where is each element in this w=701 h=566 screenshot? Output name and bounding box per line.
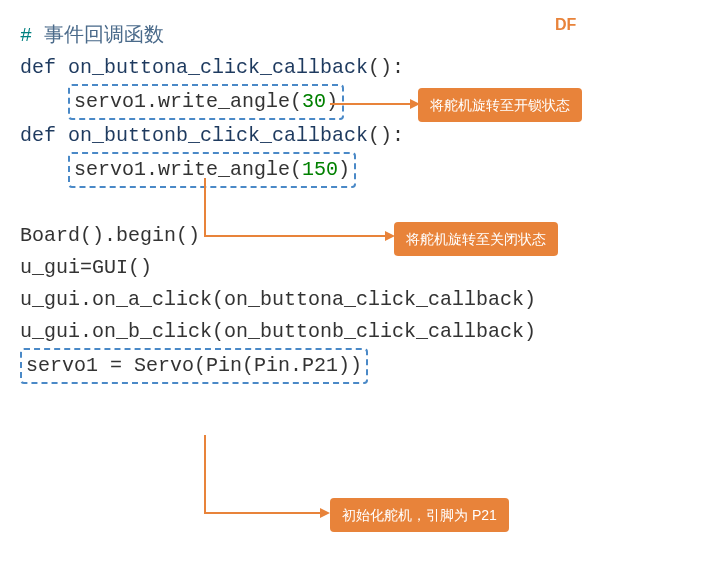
dashed-box-servo: servo1 = Servo(Pin(Pin.P21)) — [20, 348, 368, 384]
code-line-gui: u_gui=GUI() — [20, 252, 681, 284]
code-text: ) — [338, 158, 350, 181]
code-text: u_gui.on_b_click(on_buttonb_click_callba… — [20, 320, 536, 343]
dashed-box-b: servo1.write_angle(150) — [68, 152, 356, 188]
svg-marker-3 — [320, 508, 330, 518]
number-150: 150 — [302, 158, 338, 181]
comment-hash: # — [20, 24, 32, 47]
code-blank-line — [20, 188, 681, 220]
code-text: Board().begin() — [20, 224, 200, 247]
code-line-def-a: def on_buttona_click_callback(): — [20, 52, 681, 84]
paren: (): — [368, 124, 404, 147]
number-30: 30 — [302, 90, 326, 113]
comment-text: 事件回调函数 — [32, 24, 164, 47]
code-line-on-b: u_gui.on_b_click(on_buttonb_click_callba… — [20, 316, 681, 348]
code-line-body-b: servo1.write_angle(150) — [20, 152, 681, 188]
code-line-servo: servo1 = Servo(Pin(Pin.P21)) — [20, 348, 681, 384]
annotation-init-servo: 初始化舵机，引脚为 P21 — [330, 498, 509, 532]
func-name-b: on_buttonb_click_callback — [56, 124, 368, 147]
keyword-def: def — [20, 56, 56, 79]
keyword-def: def — [20, 124, 56, 147]
code-line-comment: # 事件回调函数 — [20, 20, 681, 52]
code-line-board: Board().begin() — [20, 220, 681, 252]
paren: (): — [368, 56, 404, 79]
code-text: u_gui=GUI() — [20, 256, 152, 279]
code-text: ) — [326, 90, 338, 113]
code-line-def-b: def on_buttonb_click_callback(): — [20, 120, 681, 152]
code-line-on-a: u_gui.on_a_click(on_buttona_click_callba… — [20, 284, 681, 316]
code-text: servo1.write_angle( — [74, 158, 302, 181]
code-text: servo1.write_angle( — [74, 90, 302, 113]
code-text: servo1 = Servo(Pin(Pin.P21)) — [26, 354, 362, 377]
dashed-box-a: servo1.write_angle(30) — [68, 84, 344, 120]
code-text: u_gui.on_a_click(on_buttona_click_callba… — [20, 288, 536, 311]
func-name-a: on_buttona_click_callback — [56, 56, 368, 79]
annotation-open-state: 将舵机旋转至开锁状态 — [418, 88, 582, 122]
connector-arrow-3 — [200, 435, 340, 525]
annotation-close-state: 将舵机旋转至关闭状态 — [394, 222, 558, 256]
